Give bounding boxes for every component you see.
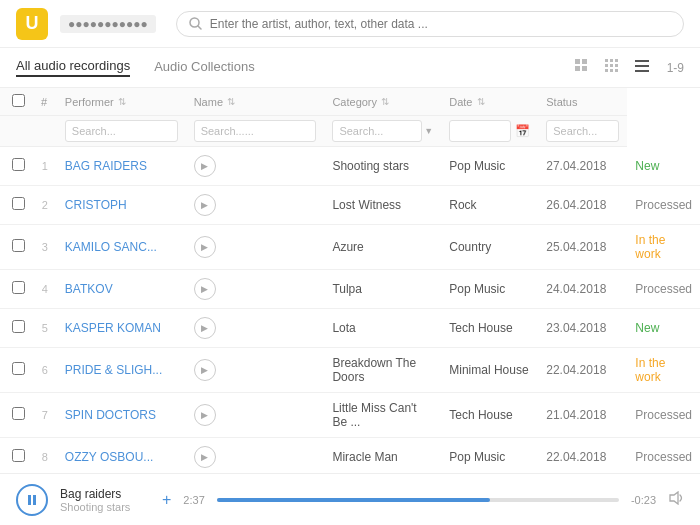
global-search-bar[interactable]: [176, 11, 684, 37]
row-num: 5: [33, 309, 57, 348]
row-name: Shooting stars: [324, 147, 441, 186]
svg-rect-14: [615, 69, 618, 72]
filter-date-input[interactable]: [449, 120, 511, 142]
row-checkbox[interactable]: [12, 158, 25, 171]
row-checkbox-cell[interactable]: [0, 225, 33, 270]
row-checkbox-cell[interactable]: [0, 393, 33, 438]
row-play-button[interactable]: ▶: [194, 404, 216, 426]
filter-category-cell[interactable]: ▼: [324, 116, 441, 147]
view-grid-coarse-icon[interactable]: [571, 57, 593, 78]
player-add-button[interactable]: +: [162, 491, 171, 509]
filter-date-cell[interactable]: 📅: [441, 116, 538, 147]
row-performer[interactable]: BAG RAIDERS: [65, 159, 147, 173]
select-all-checkbox[interactable]: [12, 94, 25, 107]
row-status: Processed: [627, 393, 700, 438]
filter-performer-cell[interactable]: [57, 116, 186, 147]
player-volume-icon[interactable]: [668, 491, 684, 508]
row-status-badge: Processed: [635, 408, 692, 422]
row-performer[interactable]: BATKOV: [65, 282, 113, 296]
row-performer[interactable]: CRISTOPH: [65, 198, 127, 212]
tab-all-audio[interactable]: All audio recordings: [16, 58, 130, 77]
row-play-cell: ▶: [186, 309, 325, 348]
row-category: Rock: [441, 186, 538, 225]
filter-name-cell[interactable]: [186, 116, 325, 147]
global-search-input[interactable]: [210, 17, 671, 31]
row-category: Pop Music: [441, 438, 538, 469]
col-header-num: #: [33, 88, 57, 116]
player-pause-button[interactable]: [16, 484, 48, 516]
col-header-date[interactable]: Date ⇅: [441, 88, 538, 116]
row-checkbox-cell[interactable]: [0, 186, 33, 225]
row-checkbox[interactable]: [12, 239, 25, 252]
row-play-button[interactable]: ▶: [194, 236, 216, 258]
filter-status-cell[interactable]: [538, 116, 627, 147]
row-play-button[interactable]: ▶: [194, 446, 216, 468]
nav-tabs-bar: All audio recordings Audio Collections 1…: [0, 48, 700, 88]
row-status-badge: Processed: [635, 198, 692, 212]
row-play-cell: ▶: [186, 147, 325, 186]
col-header-category[interactable]: Category ⇅: [324, 88, 441, 116]
category-filter-dropdown-icon[interactable]: ▼: [424, 126, 433, 136]
row-checkbox[interactable]: [12, 449, 25, 462]
row-status: In the work: [627, 225, 700, 270]
row-play-button[interactable]: ▶: [194, 278, 216, 300]
row-status-badge: New: [635, 321, 659, 335]
row-checkbox[interactable]: [12, 197, 25, 210]
row-performer-cell: BATKOV: [57, 270, 186, 309]
col-header-performer[interactable]: Performer ⇅: [57, 88, 186, 116]
row-status-badge: In the work: [635, 233, 665, 261]
row-checkbox-cell[interactable]: [0, 348, 33, 393]
row-performer[interactable]: OZZY OSBOU...: [65, 450, 153, 464]
svg-rect-8: [615, 59, 618, 62]
col-category-label: Category: [332, 96, 377, 108]
row-num: 1: [33, 147, 57, 186]
col-header-name[interactable]: Name ⇅: [186, 88, 325, 116]
svg-rect-7: [610, 59, 613, 62]
row-play-cell: ▶: [186, 186, 325, 225]
row-checkbox[interactable]: [12, 281, 25, 294]
row-performer[interactable]: KAMILO SANC...: [65, 240, 157, 254]
svg-rect-19: [33, 495, 36, 505]
row-checkbox[interactable]: [12, 362, 25, 375]
nav-right-controls: 1-9: [571, 57, 684, 78]
filter-status-input[interactable]: [546, 120, 619, 142]
row-checkbox[interactable]: [12, 320, 25, 333]
svg-rect-2: [575, 59, 580, 64]
row-checkbox-cell[interactable]: [0, 270, 33, 309]
view-list-icon[interactable]: [631, 57, 653, 78]
date-picker-icon[interactable]: 📅: [515, 124, 530, 138]
row-play-button[interactable]: ▶: [194, 155, 216, 177]
row-num: 7: [33, 393, 57, 438]
row-checkbox[interactable]: [12, 407, 25, 420]
filter-category-input[interactable]: [332, 120, 422, 142]
row-checkbox-cell[interactable]: [0, 147, 33, 186]
row-play-button[interactable]: ▶: [194, 359, 216, 381]
row-checkbox-cell[interactable]: [0, 438, 33, 469]
row-status-badge: Processed: [635, 282, 692, 296]
col-name-label: Name: [194, 96, 223, 108]
row-name: Azure: [324, 225, 441, 270]
row-checkbox-cell[interactable]: [0, 309, 33, 348]
row-performer[interactable]: SPIN DOCTORS: [65, 408, 156, 422]
view-grid-fine-icon[interactable]: [601, 57, 623, 78]
row-performer-cell: CRISTOPH: [57, 186, 186, 225]
tab-audio-collections[interactable]: Audio Collections: [154, 59, 254, 76]
svg-rect-4: [575, 66, 580, 71]
filter-name-input[interactable]: [194, 120, 317, 142]
row-performer[interactable]: PRIDE & SLIGH...: [65, 363, 162, 377]
row-date: 22.04.2018: [538, 348, 627, 393]
row-category: Tech House: [441, 393, 538, 438]
filter-performer-input[interactable]: [65, 120, 178, 142]
col-date-label: Date: [449, 96, 472, 108]
row-status: Processed: [627, 438, 700, 469]
row-play-button[interactable]: ▶: [194, 317, 216, 339]
svg-rect-13: [610, 69, 613, 72]
table-row: 6 PRIDE & SLIGH... ▶ Breakdown The Doors…: [0, 348, 700, 393]
player-progress-bar[interactable]: [217, 498, 619, 502]
row-date: 24.04.2018: [538, 270, 627, 309]
app-header: U ●●●●●●●●●●●: [0, 0, 700, 48]
row-performer-cell: SPIN DOCTORS: [57, 393, 186, 438]
row-play-button[interactable]: ▶: [194, 194, 216, 216]
row-category: Pop Music: [441, 270, 538, 309]
row-performer[interactable]: KASPER KOMAN: [65, 321, 161, 335]
